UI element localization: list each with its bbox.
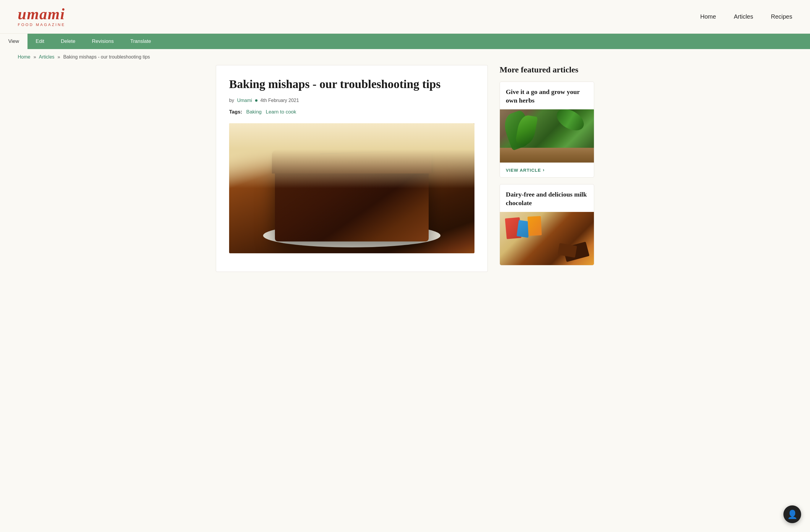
tab-revisions[interactable]: Revisions xyxy=(84,34,122,49)
nav-articles[interactable]: Articles xyxy=(734,13,753,20)
card-herbs-title: Give it a go and grow your own herbs xyxy=(506,88,588,105)
logo-text: umami xyxy=(18,6,65,22)
nav-recipes[interactable]: Recipes xyxy=(771,13,792,20)
card-choc-body: Dairy-free and delicious milk chocolate xyxy=(500,184,594,207)
article-area: Baking mishaps - our troubleshooting tip… xyxy=(216,65,488,272)
breadcrumb: Home » Articles » Baking mishaps - our t… xyxy=(0,49,810,65)
article-image xyxy=(229,123,474,253)
featured-card-herbs: Give it a go and grow your own herbs VIE… xyxy=(500,82,594,178)
tags-label: Tags: xyxy=(229,109,242,115)
brownie-top xyxy=(272,150,432,173)
herbs-photo xyxy=(500,109,594,163)
plate xyxy=(263,224,440,247)
breadcrumb-sep-1: » xyxy=(33,54,36,60)
chocolate-photo xyxy=(500,212,594,265)
admin-bar: View Edit Delete Revisions Translate xyxy=(0,34,810,49)
choc-block-2 xyxy=(557,243,577,258)
breadcrumb-current: Baking mishaps - our troubleshooting tip… xyxy=(63,54,150,60)
sidebar-title: More featured articles xyxy=(500,65,594,74)
tab-view[interactable]: View xyxy=(0,34,28,49)
view-article-herbs-label: VIEW ARTICLE xyxy=(506,168,541,172)
site-header: umami FOOD MAGAZINE Home Articles Recipe… xyxy=(0,0,810,34)
card-choc-image xyxy=(500,212,594,265)
breadcrumb-home[interactable]: Home xyxy=(18,54,30,60)
tab-edit[interactable]: Edit xyxy=(28,34,53,49)
article-meta: by Umami 4th February 2021 xyxy=(229,98,474,103)
featured-card-chocolate: Dairy-free and delicious milk chocolate xyxy=(500,184,594,265)
meta-dot xyxy=(255,99,258,102)
tab-delete[interactable]: Delete xyxy=(53,34,84,49)
main-content: Baking mishaps - our troubleshooting tip… xyxy=(198,65,612,290)
chevron-right-icon: › xyxy=(543,167,545,172)
herb-leaf-3 xyxy=(553,109,588,135)
article-date: 4th February 2021 xyxy=(260,98,299,103)
tag-baking[interactable]: Baking xyxy=(246,109,262,115)
card-herbs-image xyxy=(500,109,594,163)
choc-wrap-3 xyxy=(528,216,541,236)
article-author[interactable]: Umami xyxy=(237,98,252,103)
author-label: by xyxy=(229,98,234,103)
article-title: Baking mishaps - our troubleshooting tip… xyxy=(229,77,474,91)
sidebar: More featured articles Give it a go and … xyxy=(500,65,594,272)
brownie-background xyxy=(229,123,474,253)
nav-home[interactable]: Home xyxy=(700,13,716,20)
main-nav: Home Articles Recipes xyxy=(700,13,792,20)
logo[interactable]: umami FOOD MAGAZINE xyxy=(18,6,65,27)
breadcrumb-sep-2: » xyxy=(58,54,60,60)
card-choc-title: Dairy-free and delicious milk chocolate xyxy=(506,190,588,207)
brownie-crack xyxy=(320,151,392,154)
logo-subtitle: FOOD MAGAZINE xyxy=(18,22,65,27)
card-herbs-body: Give it a go and grow your own herbs xyxy=(500,82,594,105)
brownie-shape xyxy=(275,159,428,242)
tag-learn-to-cook[interactable]: Learn to cook xyxy=(266,109,296,115)
breadcrumb-articles[interactable]: Articles xyxy=(39,54,54,60)
article-tags: Tags: Baking Learn to cook xyxy=(229,109,474,115)
tab-translate[interactable]: Translate xyxy=(122,34,159,49)
view-article-herbs[interactable]: VIEW ARTICLE › xyxy=(500,163,594,177)
